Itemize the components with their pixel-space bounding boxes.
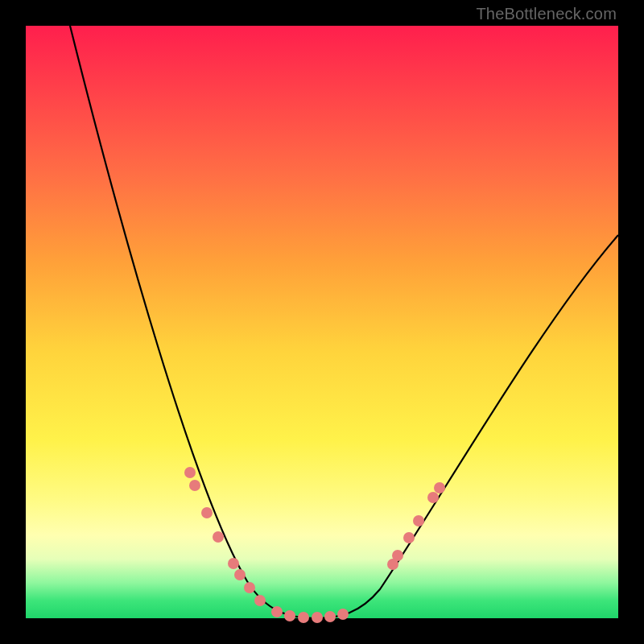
plot-area <box>26 26 618 618</box>
curve-dot <box>337 609 349 620</box>
curve-dot <box>403 532 415 543</box>
curve-dot <box>244 582 255 593</box>
watermark-text: TheBottleneck.com <box>476 5 617 23</box>
curve-svg <box>26 26 618 618</box>
curve-dot <box>324 611 336 622</box>
curve-dot <box>298 612 309 623</box>
curve-dot <box>392 550 403 561</box>
curve-dot <box>413 515 424 526</box>
curve-dot <box>213 531 224 543</box>
bottleneck-curve <box>70 26 618 618</box>
curve-dot <box>284 610 295 621</box>
curve-dot <box>189 480 200 491</box>
curve-dots-group <box>184 467 445 623</box>
chart-frame: TheBottleneck.com <box>0 0 644 644</box>
curve-dot <box>254 595 266 606</box>
curve-dot <box>201 507 213 518</box>
curve-dot <box>434 482 445 493</box>
curve-dot <box>228 558 239 569</box>
curve-dot <box>184 467 196 478</box>
curve-dot <box>234 569 246 580</box>
curve-dot <box>427 492 439 503</box>
curve-dot <box>271 606 283 617</box>
curve-dot <box>312 612 323 623</box>
